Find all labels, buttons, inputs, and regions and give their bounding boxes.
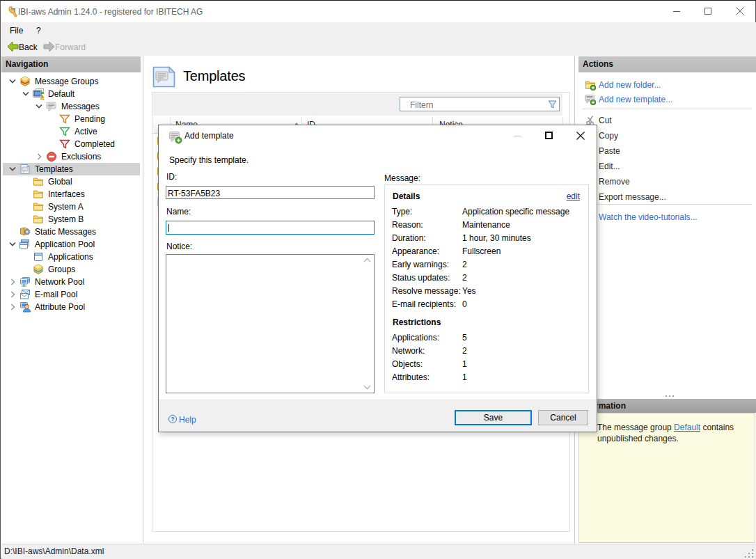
svg-text:?: ?	[171, 416, 174, 423]
